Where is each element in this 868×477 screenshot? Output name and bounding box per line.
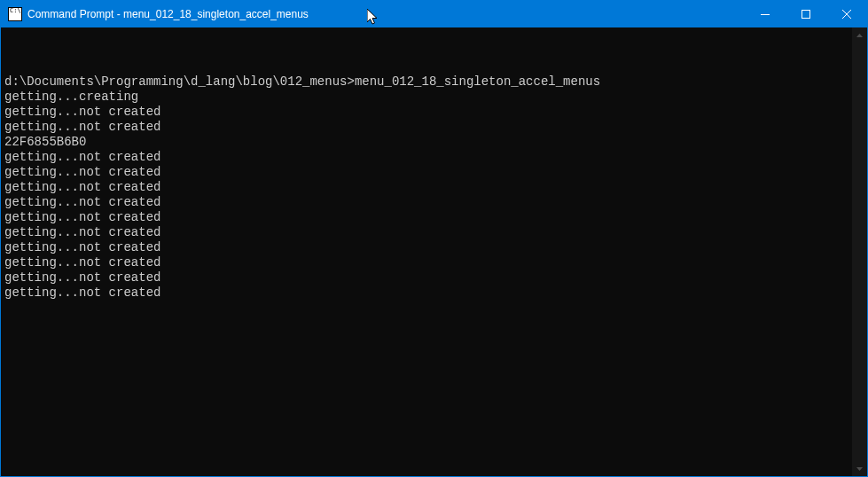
client-area: d:\Documents\Programming\d_lang\blog\012… — [1, 27, 867, 476]
window-title: Command Prompt - menu_012_18_singleton_a… — [27, 8, 309, 20]
command-text: menu_012_18_singleton_accel_menus — [355, 74, 600, 89]
output-line: getting...not created — [4, 105, 848, 120]
titlebar[interactable]: Command Prompt - menu_012_18_singleton_a… — [1, 1, 867, 27]
output-line: getting...not created — [4, 210, 848, 225]
output-line: getting...not created — [4, 150, 848, 165]
blank-line — [4, 59, 848, 74]
prompt-line: d:\Documents\Programming\d_lang\blog\012… — [4, 74, 848, 90]
output-line: 22F6855B6B0 — [4, 135, 848, 150]
output-line: getting...not created — [4, 195, 848, 210]
svg-rect-0 — [802, 11, 810, 19]
output-line: getting...not created — [4, 165, 848, 180]
scrollbar-track[interactable] — [852, 43, 867, 461]
vertical-scrollbar[interactable] — [852, 27, 867, 476]
window-controls — [745, 1, 867, 27]
maximize-button[interactable] — [786, 1, 826, 27]
output-line: getting...creating — [4, 90, 848, 105]
output-line: getting...not created — [4, 120, 848, 135]
output-line: getting...not created — [4, 180, 848, 195]
output-line: getting...not created — [4, 225, 848, 240]
minimize-button[interactable] — [745, 1, 786, 27]
command-prompt-window: Command Prompt - menu_012_18_singleton_a… — [0, 0, 868, 477]
terminal-output[interactable]: d:\Documents\Programming\d_lang\blog\012… — [1, 27, 852, 476]
scroll-down-arrow-icon[interactable] — [852, 461, 867, 476]
close-button[interactable] — [826, 1, 867, 27]
output-line: getting...not created — [4, 270, 848, 285]
prompt-path: d:\Documents\Programming\d_lang\blog\012… — [4, 74, 355, 89]
output-line: getting...not created — [4, 285, 848, 301]
output-line: getting...not created — [4, 255, 848, 270]
cmd-icon — [8, 7, 22, 21]
scroll-up-arrow-icon[interactable] — [852, 27, 867, 43]
output-line: getting...not created — [4, 240, 848, 255]
